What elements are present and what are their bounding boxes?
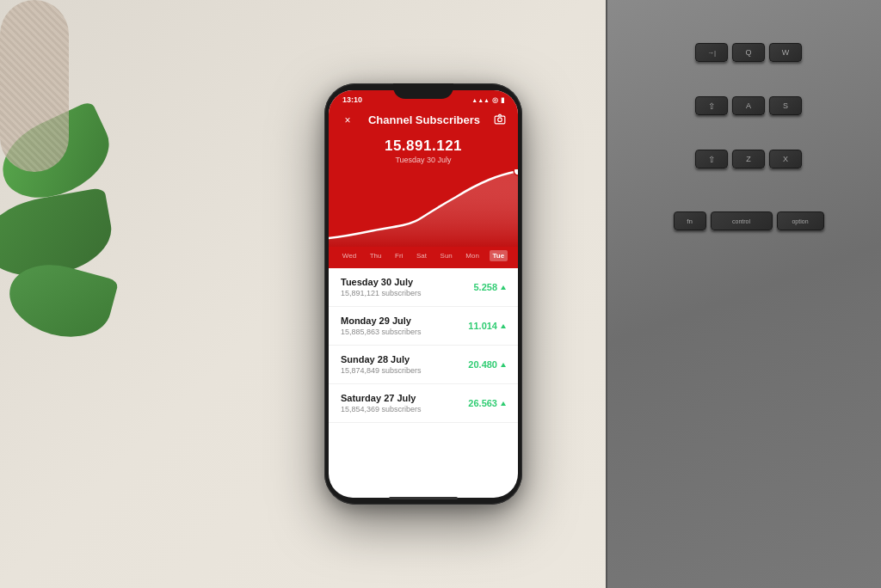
key-x: X (769, 150, 802, 168)
rope-texture (0, 0, 69, 172)
key-row-1: →| Q W (625, 43, 872, 62)
key-row-3: ⇧ Z X (625, 150, 872, 168)
chart-date: Tuesday 30 July (329, 156, 518, 164)
day-sun: Sun (437, 250, 456, 261)
item-left: Sunday 28 July 15,874,849 subscribers (341, 354, 422, 375)
key-s: S (769, 96, 802, 115)
item-left: Monday 29 July 15,885,863 subscribers (341, 315, 422, 336)
day-tue: Tue (490, 250, 508, 261)
item-count: 15,885,863 subscribers (341, 328, 422, 336)
svg-point-1 (498, 118, 502, 122)
item-count: 15,874,849 subscribers (341, 366, 422, 375)
trend-up-icon (501, 324, 506, 328)
day-thu: Thu (367, 250, 385, 261)
day-wed: Wed (339, 250, 360, 261)
camera-icon[interactable] (494, 113, 506, 127)
trend-up-icon (501, 401, 506, 406)
close-button[interactable]: × (341, 113, 354, 127)
close-icon: × (344, 114, 350, 126)
key-shift-l: ⇧ (695, 96, 728, 115)
trend-up-icon (501, 363, 506, 367)
subscriber-list: Tuesday 30 July 15,891,121 subscribers 5… (329, 268, 518, 423)
key-z: Z (732, 150, 765, 168)
key-w: W (769, 43, 802, 62)
item-day: Saturday 27 July (341, 393, 422, 403)
header-title: Channel Subscribers (368, 113, 480, 126)
day-fri: Fri (391, 250, 406, 261)
key-control: control (711, 211, 773, 230)
signal-icon: ▲▲▲ (471, 97, 490, 103)
item-count: 15,891,121 subscribers (341, 289, 422, 297)
key-option: option (777, 211, 824, 230)
wifi-icon: ◎ (492, 96, 498, 104)
list-item[interactable]: Monday 29 July 15,885,863 subscribers 11… (329, 307, 518, 346)
chart-value: 15.891.121 (329, 138, 518, 155)
chart-area: 15.891.121 Tuesday 30 July (329, 134, 518, 268)
list-item[interactable]: Saturday 27 July 15,854,369 subscribers … (329, 384, 518, 423)
day-mon: Mon (462, 250, 483, 261)
day-labels: Wed Thu Fri Sat Sun Mon Tue (329, 247, 518, 268)
status-time: 13:10 (342, 95, 362, 104)
key-row-bottom: fn control option (625, 211, 872, 230)
key-q: Q (732, 43, 765, 62)
phone-screen: 13:10 ▲▲▲ ◎ ▮ × Channel Subscribers (329, 90, 518, 498)
laptop: →| Q W ⇧ A S ⇧ Z X fn control option (606, 0, 881, 588)
item-day: Monday 29 July (341, 315, 422, 326)
notch (393, 83, 453, 99)
item-change: 11.014 (468, 321, 506, 331)
item-count: 15,854,369 subscribers (341, 405, 422, 413)
key-shift-r: ⇧ (695, 150, 728, 168)
status-icons: ▲▲▲ ◎ ▮ (471, 96, 504, 104)
item-left: Saturday 27 July 15,854,369 subscribers (341, 393, 422, 413)
battery-icon: ▮ (501, 96, 504, 104)
key-fn: fn (674, 211, 706, 230)
home-indicator (389, 497, 458, 499)
list-item[interactable]: Tuesday 30 July 15,891,121 subscribers 5… (329, 268, 518, 307)
phone: 13:10 ▲▲▲ ◎ ▮ × Channel Subscribers (324, 83, 522, 505)
key-a: A (732, 96, 765, 115)
item-day: Tuesday 30 July (341, 277, 422, 287)
chart-svg (329, 169, 518, 247)
key-row-2: ⇧ A S (625, 96, 872, 115)
item-change: 20.480 (468, 359, 506, 370)
item-left: Tuesday 30 July 15,891,121 subscribers (341, 277, 422, 297)
app-header: × Channel Subscribers (329, 107, 518, 134)
keyboard-area: →| Q W ⇧ A S ⇧ Z X fn control option (625, 43, 872, 502)
day-sat: Sat (413, 250, 430, 261)
item-change: 5.258 (473, 282, 506, 292)
key-tab: →| (695, 43, 728, 62)
item-day: Sunday 28 July (341, 354, 422, 364)
item-change: 26.563 (468, 398, 506, 408)
trend-up-icon (501, 285, 506, 290)
phone-wrapper: 13:10 ▲▲▲ ◎ ▮ × Channel Subscribers (324, 83, 522, 505)
list-item[interactable]: Sunday 28 July 15,874,849 subscribers 20… (329, 346, 518, 384)
